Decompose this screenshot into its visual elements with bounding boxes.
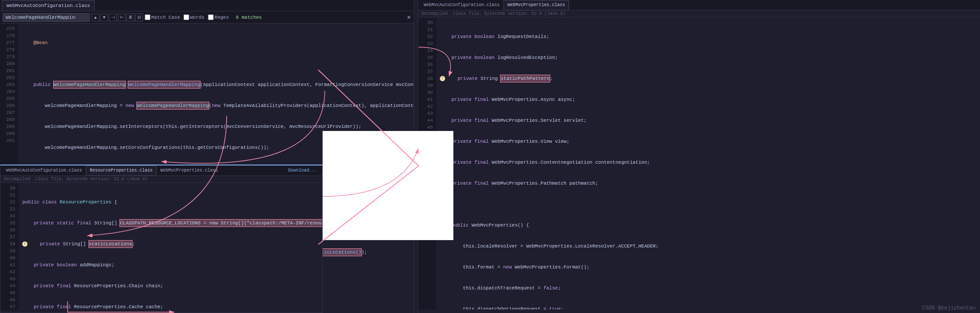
- nav-word-right-btn[interactable]: ⊢: [118, 14, 126, 21]
- nav-word-left-btn[interactable]: ⊣: [109, 14, 117, 21]
- download-link-bl[interactable]: Download...: [285, 167, 320, 174]
- tab-webmvcautoconfig-bl[interactable]: WebMvcAutoConfiguration.class: [2, 165, 86, 176]
- panel-right-subtitle: Decompiled .class file, bytecode version…: [418, 10, 980, 17]
- tab-webmvcprops-right[interactable]: WebMvcProperties.class: [504, 0, 569, 10]
- search-input[interactable]: [6, 15, 75, 20]
- panel-right: WebMvcAutoConfiguration.class WebMvcProp…: [418, 0, 980, 313]
- panel-bl-code-content: public class ResourceProperties { privat…: [19, 183, 322, 310]
- panel-bl-code[interactable]: 30 31 32 33 34 35 36 37 38 39 40 41 42 4…: [0, 183, 322, 310]
- panel-right-code[interactable]: 30 31 32 33 34 35 36 37 38 39 40 41 42 4…: [418, 17, 980, 310]
- nav-filter-btn[interactable]: ⊟: [135, 14, 143, 21]
- search-input-wrap[interactable]: [3, 13, 90, 22]
- match-count: 8 matches: [236, 15, 262, 20]
- panel-bl-subtitle: Decompiled .class file, bytecode version…: [0, 176, 322, 183]
- nav-arrows: ▲ ▼ ⊣ ⊢ ≣ ⊟: [92, 14, 143, 21]
- search-options: Match Case Words Regex 8 matches: [145, 14, 262, 20]
- main-tab-bar: WebMvcAutoConfiguration.class: [0, 0, 414, 11]
- regex-checkbox[interactable]: [208, 14, 214, 20]
- tab-webmvcautoconfig-right[interactable]: WebMvcAutoConfiguration.class: [420, 0, 504, 10]
- nav-match-btn[interactable]: ≣: [126, 14, 134, 21]
- words-label[interactable]: Words: [184, 14, 204, 20]
- panel-bl-header: WebMvcAutoConfiguration.class ResourcePr…: [0, 165, 322, 176]
- match-case-checkbox[interactable]: [145, 14, 150, 20]
- tab-webmvcprops-bl[interactable]: WebMvcProperties.class: [157, 165, 222, 176]
- panel-right-header: WebMvcAutoConfiguration.class WebMvcProp…: [418, 0, 980, 10]
- words-checkbox[interactable]: [184, 14, 189, 20]
- search-bar: ▲ ▼ ⊣ ⊢ ≣ ⊟ Match Case Words Regex 8 mat…: [0, 11, 414, 24]
- white-overlay-box: [323, 131, 453, 240]
- watermark: CSDN @kejizhentan: [922, 305, 976, 311]
- search-close-btn[interactable]: ✕: [407, 14, 411, 21]
- panel-right-code-content: private boolean logRequestDetails; priva…: [436, 17, 980, 310]
- tab-resourceprops[interactable]: ResourceProperties.class: [86, 165, 157, 176]
- match-case-label[interactable]: Match Case: [145, 14, 180, 20]
- panel-bottom-left: WebMvcAutoConfiguration.class ResourcePr…: [0, 165, 323, 313]
- nav-down-btn[interactable]: ▼: [100, 14, 108, 21]
- nav-up-btn[interactable]: ▲: [92, 14, 99, 21]
- panel-bl-linenums: 30 31 32 33 34 35 36 37 38 39 40 41 42 4…: [0, 183, 19, 310]
- main-tab-webmvcautoconfig[interactable]: WebMvcAutoConfiguration.class: [2, 0, 95, 11]
- regex-label[interactable]: Regex: [208, 14, 229, 20]
